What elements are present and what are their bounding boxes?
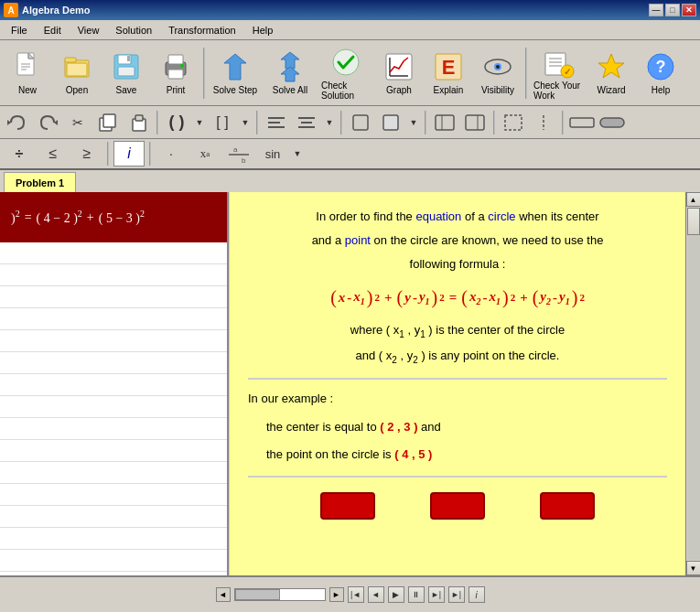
shape-btn-1[interactable] (431, 110, 458, 135)
visibility-label: Visibility (481, 85, 514, 95)
border-btn-1[interactable] (500, 110, 527, 135)
subscript-x-button[interactable]: xa (189, 141, 221, 166)
explain-button[interactable]: E Explain (425, 44, 472, 102)
toolbar-sep-1 (203, 48, 205, 99)
multiply-button[interactable]: · (156, 141, 187, 166)
new-label: New (18, 85, 37, 95)
new-button[interactable]: New (4, 44, 51, 102)
align-center-button[interactable] (293, 110, 320, 135)
scroll-right-button[interactable]: ► (329, 587, 344, 602)
box-button-2[interactable] (377, 110, 404, 135)
less-equal-button[interactable]: ≤ (38, 141, 69, 166)
paren-button[interactable]: ( ) (163, 110, 190, 135)
line-13 (0, 506, 227, 528)
bottom-btn-2[interactable] (430, 492, 485, 520)
line-2 (0, 264, 227, 286)
align-left-button[interactable] (263, 110, 290, 135)
toolbar-secondary: ✂ ( ) ▼ [ ] ▼ ▼ ▼ (0, 106, 700, 139)
menu-view[interactable]: View (70, 21, 107, 39)
border-btn-2[interactable] (530, 110, 557, 135)
open-label: Open (66, 85, 88, 95)
check-solution-button[interactable]: Check Solution (318, 44, 373, 102)
svg-point-31 (496, 65, 500, 69)
media-info-button[interactable]: i (468, 586, 485, 603)
solve-step-label: Solve Step (213, 85, 257, 95)
status-bar: ◄ ► |◄ ◄ ▶ ⏸ ►| ►| i (0, 575, 700, 612)
media-next-button[interactable]: ►| (428, 586, 445, 603)
dropdown-arrow-3[interactable]: ▼ (323, 110, 336, 135)
line-12 (0, 484, 227, 506)
bracket-button[interactable]: [ ] (209, 110, 236, 135)
menu-help[interactable]: Help (245, 21, 281, 39)
formula-close-paren-4: ) (572, 282, 578, 313)
solve-step-button[interactable]: Solve Step (209, 44, 262, 102)
tab-bar: Problem 1 (0, 170, 700, 192)
menu-solution[interactable]: Solution (108, 21, 159, 39)
scroll-up-button[interactable]: ▲ (686, 192, 701, 207)
problem-1-tab[interactable]: Problem 1 (4, 172, 76, 192)
title-bar: A Algebra Demo — □ ✕ (0, 0, 700, 20)
media-play-button[interactable]: ▶ (388, 586, 404, 603)
svg-rect-55 (436, 115, 454, 130)
bottom-btn-3[interactable] (540, 492, 595, 520)
info-button[interactable]: i (113, 141, 145, 166)
greater-equal-button[interactable]: ≥ (71, 141, 102, 166)
close-button[interactable]: ✕ (682, 4, 696, 16)
minimize-button[interactable]: — (649, 4, 663, 16)
formula-x: x (339, 286, 346, 310)
copy-button[interactable] (94, 110, 122, 135)
h-scroll-thumb[interactable] (235, 589, 280, 600)
help-button[interactable]: ? Help (637, 44, 684, 102)
shape-btn-2[interactable] (461, 110, 489, 135)
solve-all-button[interactable]: Solve All (264, 44, 317, 102)
dropdown-arrow-1[interactable]: ▼ (193, 110, 206, 135)
tb3-sep-2 (149, 142, 151, 166)
scroll-down-button[interactable]: ▼ (686, 561, 701, 575)
save-button[interactable]: Save (102, 44, 150, 102)
graph-button[interactable]: Graph (375, 44, 423, 102)
redo-button[interactable] (34, 110, 61, 135)
box-button-1[interactable] (347, 110, 374, 135)
dropdown-arrow-4[interactable]: ▼ (407, 110, 420, 135)
horizontal-scrollbar[interactable] (234, 588, 326, 601)
visibility-button[interactable]: Visibility (474, 44, 522, 102)
sin-dropdown[interactable]: ▼ (291, 141, 304, 166)
print-button[interactable]: Print (152, 44, 199, 102)
scissors-button[interactable]: ✂ (64, 110, 92, 135)
line-5 (0, 330, 227, 352)
line-btn-1[interactable] (568, 110, 596, 135)
undo-button[interactable] (4, 110, 31, 135)
scroll-thumb[interactable] (687, 208, 700, 235)
point-word: point (345, 233, 371, 247)
formula-x1b: x1 (489, 285, 501, 309)
formula-sq-4: 2 (579, 289, 585, 306)
media-prev-button[interactable]: ◄ (368, 586, 384, 603)
line-btn-2[interactable] (598, 110, 626, 135)
line-4 (0, 308, 227, 330)
fraction-button[interactable]: ab (223, 141, 254, 166)
menu-transformation[interactable]: Transformation (161, 21, 243, 39)
media-pause-button[interactable]: ⏸ (408, 586, 425, 603)
bottom-btn-1[interactable] (320, 492, 375, 520)
bottom-buttons (248, 492, 667, 520)
formula-y2: y2 (540, 285, 551, 309)
center-line: the center is equal to ( 2 , 3 ) and (248, 417, 667, 437)
divide-button[interactable]: ÷ (4, 141, 35, 166)
check-your-work-button[interactable]: ✓ Check Your Work (531, 44, 586, 102)
scroll-left-button[interactable]: ◄ (216, 587, 231, 602)
formula-x1: x1 (353, 285, 365, 309)
open-button[interactable]: Open (53, 44, 101, 102)
formula-open-paren-4: ( (533, 282, 539, 313)
sin-button[interactable]: sin (257, 141, 288, 166)
maximize-button[interactable]: □ (665, 4, 680, 16)
menu-file[interactable]: File (4, 21, 35, 39)
wizard-button[interactable]: Wizard (587, 44, 635, 102)
dropdown-arrow-2[interactable]: ▼ (239, 110, 252, 135)
media-end-button[interactable]: ►| (448, 586, 465, 603)
scroll-track[interactable] (687, 208, 700, 560)
media-start-button[interactable]: |◄ (348, 586, 364, 603)
paste-button[interactable] (124, 110, 152, 135)
graph-label: Graph (386, 85, 412, 95)
menu-edit[interactable]: Edit (37, 21, 69, 39)
solve-step-icon (219, 50, 252, 83)
